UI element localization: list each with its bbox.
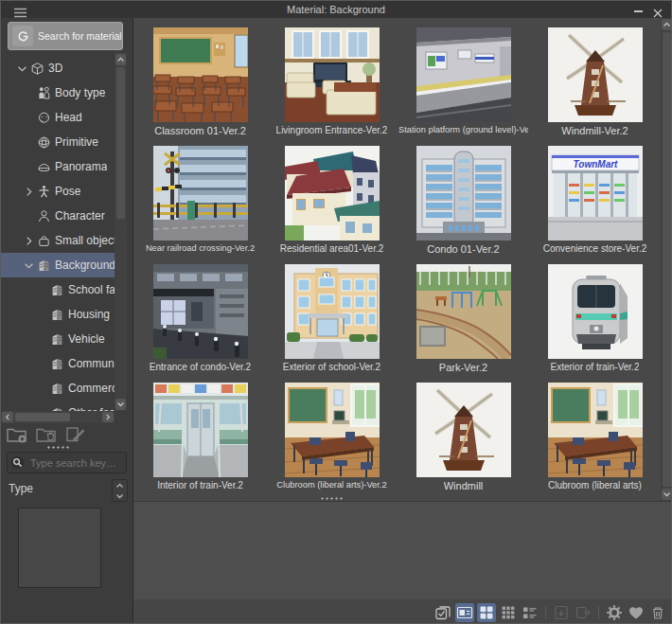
material-card[interactable]: Windmill-Ver.2: [529, 27, 661, 146]
sidebar-item-small-object[interactable]: Small object: [1, 228, 115, 253]
material-card[interactable]: Windmill: [398, 383, 529, 501]
material-card[interactable]: Condo 01-Ver.2: [398, 146, 529, 264]
material-preview-area: [134, 501, 672, 599]
sidebar-item-vehicle[interactable]: Vehicle: [1, 327, 115, 351]
new-folder-icon[interactable]: [6, 425, 28, 444]
minimize-button[interactable]: [634, 10, 643, 12]
edit-folder-icon[interactable]: [64, 425, 87, 444]
sidebar-item-label: Background: [55, 259, 115, 272]
material-card[interactable]: Exterior of school-Ver.2: [266, 264, 398, 383]
stepper-up-icon[interactable]: [115, 482, 124, 490]
folder-actions: [6, 425, 87, 444]
search-assets-button[interactable]: Search for materials on ASSETS: [8, 22, 123, 50]
favorite-button[interactable]: [627, 603, 645, 622]
delete-material-button[interactable]: [648, 603, 667, 622]
scrollbar-thumb[interactable]: [15, 413, 70, 421]
toolbar-divider: [545, 606, 546, 619]
search-assets-label: Search for materials on ASSETS: [38, 30, 123, 42]
clip-studio-logo-icon: [12, 26, 33, 46]
panel-resize-handle[interactable]: [320, 497, 343, 500]
material-label: Windmill: [444, 480, 484, 491]
scroll-up-button[interactable]: [662, 19, 672, 30]
material-card[interactable]: Livingroom Entrance-Ver.2: [266, 27, 398, 146]
character-icon: [37, 209, 51, 223]
material-label: Convenience store-Ver.2: [543, 243, 647, 254]
view-list-button[interactable]: [521, 603, 539, 622]
sidebar-item-other-facility[interactable]: Other facility: [1, 401, 115, 411]
panel-resize-handle[interactable]: [46, 446, 69, 449]
material-card[interactable]: Exterior of train-Ver.2: [529, 264, 661, 383]
material-card[interactable]: Interior of train-Ver.2: [134, 383, 266, 501]
keyword-search-box[interactable]: [7, 452, 127, 473]
building-icon: [50, 332, 64, 347]
sidebar-item-label: Small object: [55, 234, 115, 247]
material-label: Interior of train-Ver.2: [157, 480, 243, 490]
sidebar-item-school-facility[interactable]: School facility: [1, 277, 115, 302]
chevron-down-icon[interactable]: [23, 259, 35, 272]
view-grid-small-button[interactable]: [499, 603, 518, 622]
view-thumbnail-detail-button[interactable]: [455, 603, 474, 622]
pose-icon: [37, 185, 51, 199]
type-label: Type: [9, 482, 33, 495]
building-icon: [50, 283, 64, 297]
scroll-up-button[interactable]: [115, 54, 126, 65]
material-card[interactable]: Convenience store-Ver.2: [529, 146, 661, 264]
scroll-down-button[interactable]: [662, 489, 672, 500]
material-label: Station platform (ground level)-Ver.2: [398, 125, 528, 134]
material-settings-button[interactable]: [605, 603, 624, 622]
material-card[interactable]: Near railroad crossing-Ver.2: [134, 146, 266, 264]
sidebar-item-head[interactable]: Head: [1, 105, 115, 130]
scrollbar-thumb[interactable]: [116, 67, 125, 219]
sidebar-item-commercial-facility[interactable]: Commercial facility: [1, 376, 115, 401]
tree-scrollbar[interactable]: [115, 53, 127, 411]
chevron-down-icon[interactable]: [16, 62, 28, 75]
sidebar-item-3d[interactable]: 3D: [1, 56, 115, 80]
chevron-right-icon[interactable]: [23, 186, 35, 198]
building-icon: [50, 382, 64, 396]
3d-cube-icon: [30, 62, 44, 76]
scroll-right-button[interactable]: [102, 412, 114, 422]
view-grid-large-button[interactable]: [477, 603, 496, 622]
paste-material-button[interactable]: [552, 603, 571, 622]
stepper-down-icon[interactable]: [115, 492, 124, 500]
sidebar-item-label: Commercial facility: [68, 382, 115, 395]
sidebar-item-primitive[interactable]: Primitive: [1, 130, 115, 154]
material-card[interactable]: Residential area01-Ver.2: [266, 146, 398, 264]
scroll-left-button[interactable]: [2, 412, 13, 422]
sidebar-item-community-facility[interactable]: Community facility: [1, 351, 115, 376]
grid-scrollbar[interactable]: [661, 18, 672, 501]
sidebar-item-background[interactable]: Background: [1, 253, 115, 277]
material-card[interactable]: Clubroom (liberal arts)-Ver.2: [266, 383, 398, 501]
title-bar[interactable]: Material: Background: [1, 1, 671, 18]
trash-icon: [649, 604, 666, 621]
material-card[interactable]: Park-Ver.2: [398, 264, 529, 383]
keyword-search-input[interactable]: [28, 456, 123, 470]
type-stepper[interactable]: [112, 479, 128, 502]
material-card[interactable]: Station platform (ground level)-Ver.2: [398, 27, 529, 146]
material-label: Exterior of train-Ver.2: [551, 362, 640, 372]
material-thumbnail: [548, 264, 643, 359]
paste-new-icon: [575, 604, 592, 621]
sidebar-item-body-type[interactable]: Body type: [1, 80, 115, 105]
select-check-icon: [434, 604, 451, 621]
material-thumbnail: [153, 264, 248, 359]
sidebar-item-housing[interactable]: Housing: [1, 302, 115, 327]
material-thumbnail: [416, 383, 511, 477]
paste-material-icon: [553, 604, 570, 621]
chevron-right-icon[interactable]: [23, 235, 35, 247]
material-thumbnail: [285, 383, 380, 477]
tree-h-scrollbar[interactable]: [1, 411, 115, 423]
select-materials-button[interactable]: [433, 603, 452, 622]
material-card[interactable]: Entrance of condo-Ver.2: [134, 264, 266, 383]
material-card[interactable]: Clubroom (liberal arts): [529, 383, 661, 501]
sidebar-item-character[interactable]: Character: [1, 204, 115, 228]
material-card[interactable]: Classroom 01-Ver.2: [134, 27, 266, 146]
paste-material-new-button[interactable]: [574, 603, 592, 622]
sidebar-item-label: Primitive: [55, 135, 98, 149]
building-icon: [37, 259, 51, 273]
scrollbar-thumb[interactable]: [663, 32, 671, 487]
sidebar-item-pose[interactable]: Pose: [1, 179, 115, 204]
sidebar-item-panorama[interactable]: Panorama: [1, 154, 115, 179]
delete-folder-icon[interactable]: [35, 425, 58, 444]
scroll-down-button[interactable]: [115, 399, 126, 410]
